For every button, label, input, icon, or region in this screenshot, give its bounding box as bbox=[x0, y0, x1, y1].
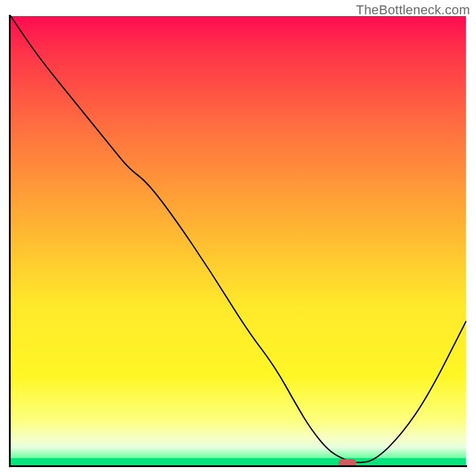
chart-container: TheBottleneck.com bbox=[0, 0, 476, 476]
x-axis-line bbox=[9, 465, 467, 467]
bottleneck-curve bbox=[11, 16, 466, 465]
optimal-marker-icon bbox=[339, 459, 356, 467]
watermark-text: TheBottleneck.com bbox=[356, 2, 470, 18]
plot-area bbox=[11, 16, 466, 465]
